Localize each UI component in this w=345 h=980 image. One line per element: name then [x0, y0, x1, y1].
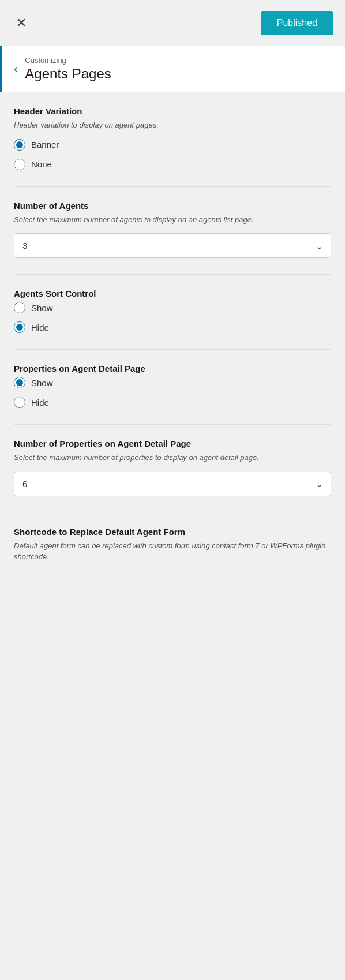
number-of-properties-section: Number of Properties on Agent Detail Pag…: [14, 439, 331, 496]
top-bar: ✕ Published: [0, 0, 345, 46]
agents-sort-hide-label: Hide: [31, 323, 49, 332]
main-content: Header Variation Header variation to dis…: [0, 92, 345, 593]
header-variation-radio-group: Banner None: [14, 139, 331, 170]
properties-agent-detail-hide-label: Hide: [31, 398, 49, 407]
number-of-agents-select-wrapper: 1 2 3 4 5 6 7 8 9 10 ⌄: [14, 233, 331, 258]
number-of-properties-select-wrapper: 1 2 3 4 5 6 7 8 9 10 ⌄: [14, 472, 331, 496]
header-variation-none-radio[interactable]: [14, 159, 25, 170]
number-of-agents-select[interactable]: 1 2 3 4 5 6 7 8 9 10: [14, 233, 331, 258]
header-variation-none-label: None: [31, 159, 52, 169]
number-of-agents-section: Number of Agents Select the maximum numb…: [14, 201, 331, 259]
header-variation-none-option[interactable]: None: [14, 159, 331, 170]
nav-title-group: Customizing Agents Pages: [25, 56, 111, 82]
divider-3: [14, 349, 331, 350]
header-variation-section: Header Variation Header variation to dis…: [14, 106, 331, 170]
header-variation-banner-radio[interactable]: [14, 139, 25, 151]
header-variation-banner-option[interactable]: Banner: [14, 139, 331, 151]
nav-bar: ‹ Customizing Agents Pages: [0, 46, 345, 92]
published-button[interactable]: Published: [261, 11, 333, 35]
properties-on-agent-detail-section: Properties on Agent Detail Page Show Hid…: [14, 364, 331, 408]
header-variation-description: Header variation to display on agent pag…: [14, 119, 331, 131]
divider-1: [14, 186, 331, 187]
header-variation-banner-label: Banner: [31, 140, 59, 149]
shortcode-description: Default agent form can be replaced with …: [14, 540, 331, 563]
divider-2: [14, 274, 331, 275]
number-of-properties-title: Number of Properties on Agent Detail Pag…: [14, 439, 331, 448]
agents-sort-control-radio-group: Show Hide: [14, 302, 331, 333]
properties-agent-detail-hide-option[interactable]: Hide: [14, 397, 331, 408]
customizing-label: Customizing: [25, 56, 111, 65]
number-of-properties-description: Select the maximum number of properties …: [14, 452, 331, 463]
properties-agent-detail-hide-radio[interactable]: [14, 397, 25, 408]
agents-sort-hide-radio[interactable]: [14, 321, 25, 333]
properties-agent-detail-show-option[interactable]: Show: [14, 377, 331, 388]
shortcode-title: Shortcode to Replace Default Agent Form: [14, 527, 331, 537]
properties-on-agent-detail-title: Properties on Agent Detail Page: [14, 364, 331, 373]
agents-sort-show-label: Show: [31, 303, 53, 313]
agents-sort-show-radio[interactable]: [14, 302, 25, 313]
divider-4: [14, 424, 331, 425]
header-variation-title: Header Variation: [14, 106, 331, 116]
number-of-properties-select[interactable]: 1 2 3 4 5 6 7 8 9 10: [14, 472, 331, 496]
agents-sort-control-title: Agents Sort Control: [14, 289, 331, 298]
page-title: Agents Pages: [25, 66, 111, 82]
agents-sort-hide-option[interactable]: Hide: [14, 321, 331, 333]
back-button[interactable]: ‹: [14, 61, 25, 78]
properties-agent-detail-show-radio[interactable]: [14, 377, 25, 388]
properties-agent-detail-show-label: Show: [31, 378, 53, 388]
number-of-agents-title: Number of Agents: [14, 201, 331, 211]
agents-sort-control-section: Agents Sort Control Show Hide: [14, 289, 331, 333]
number-of-agents-description: Select the maximum number of agents to d…: [14, 214, 331, 226]
properties-on-agent-detail-radio-group: Show Hide: [14, 377, 331, 408]
close-button[interactable]: ✕: [12, 12, 31, 34]
shortcode-section: Shortcode to Replace Default Agent Form …: [14, 527, 331, 563]
agents-sort-show-option[interactable]: Show: [14, 302, 331, 313]
divider-5: [14, 513, 331, 513]
